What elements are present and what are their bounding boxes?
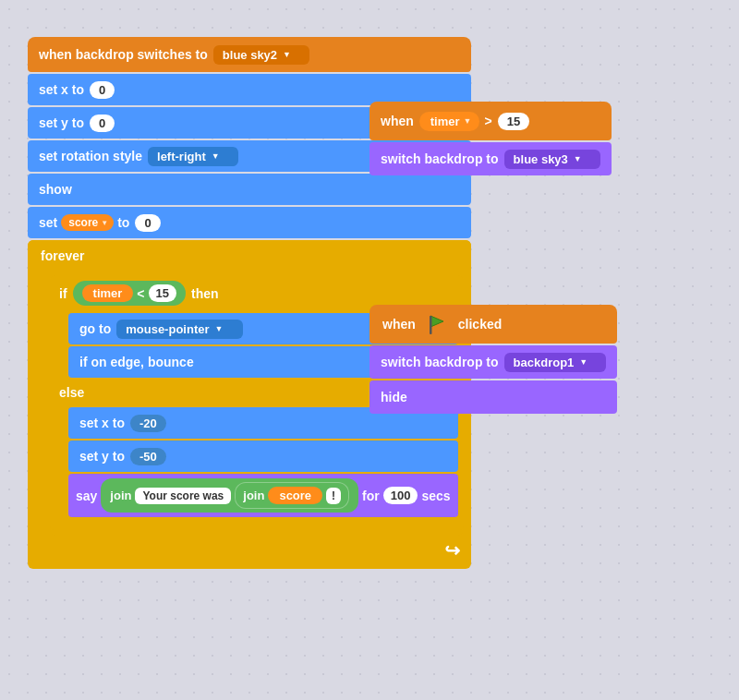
blue-sky3-dropdown[interactable]: blue sky3 ▼ <box>504 150 600 169</box>
forever-arrow-icon: ↩ <box>444 539 460 561</box>
backdrop1-arrow: ▼ <box>579 357 588 367</box>
timer-event-group: when timer ▼ > 15 switch backdrop to blu… <box>370 102 612 175</box>
timer-condition: timer < 15 <box>73 281 186 306</box>
x-value-input[interactable]: 0 <box>90 81 115 99</box>
switch-backdrop-timer-block: switch backdrop to blue sky3 ▼ <box>370 142 612 175</box>
timer-var-arrow: ▼ <box>464 116 472 126</box>
rotation-style-dropdown[interactable]: left-right ▼ <box>148 147 238 166</box>
exclaim-input[interactable]: ! <box>326 488 341 504</box>
set-score-block: set score ▼ to 0 <box>28 207 471 238</box>
flag-when-header: when clicked <box>370 305 617 344</box>
rotation-dropdown-arrow: ▼ <box>212 151 220 161</box>
join-inner: join score ! <box>235 482 349 509</box>
forever-header: forever <box>28 240 471 272</box>
score-var-arrow: ▼ <box>101 219 108 227</box>
y-neg-input[interactable]: -50 <box>130 448 166 465</box>
join-outer: join Your score was join score ! <box>101 478 358 513</box>
your-score-text[interactable]: Your score was <box>135 488 231 504</box>
backdrop-switch-header: when backdrop switches to blue sky2 ▼ <box>28 37 471 72</box>
y-value-input[interactable]: 0 <box>90 115 115 132</box>
flag-event-group: when clicked switch backdrop to backdrop… <box>370 305 617 414</box>
green-flag-icon <box>425 312 449 336</box>
score-value-input[interactable]: 0 <box>135 214 160 232</box>
timer-var-in-condition: timer <box>82 284 134 302</box>
backdrop1-dropdown[interactable]: backdrop1 ▼ <box>504 353 607 372</box>
score-var-pill[interactable]: score ▼ <box>61 214 114 231</box>
timer-var-pill: timer ▼ <box>419 112 479 131</box>
x-neg-input[interactable]: -20 <box>130 415 166 432</box>
go-to-dropdown[interactable]: mouse-pointer ▼ <box>116 320 243 339</box>
hide-block: hide <box>370 380 617 414</box>
dropdown-arrow: ▼ <box>283 50 291 59</box>
score-var-in-say: score <box>268 487 322 504</box>
show-block: show <box>28 174 471 205</box>
say-block: say join Your score was join score ! <box>68 474 458 517</box>
for-value-input[interactable]: 100 <box>383 487 418 504</box>
timer-when-header: when timer ▼ > 15 <box>370 102 612 140</box>
set-x-block: set x to 0 <box>28 74 471 105</box>
condition-value[interactable]: 15 <box>149 284 176 302</box>
go-to-arrow: ▼ <box>215 324 224 333</box>
forever-footer: ↩ <box>28 539 471 561</box>
switch-backdrop-flag-block: switch backdrop to backdrop1 ▼ <box>370 345 617 379</box>
timer-threshold-input[interactable]: 15 <box>498 113 529 130</box>
blue-sky2-dropdown[interactable]: blue sky2 ▼ <box>213 45 309 65</box>
svg-rect-1 <box>430 316 432 334</box>
set-y-neg-block: set y to -50 <box>68 441 458 472</box>
backdrop-switch-text: when backdrop switches to <box>39 47 208 62</box>
sky3-arrow: ▼ <box>574 154 582 163</box>
svg-marker-0 <box>430 316 443 327</box>
